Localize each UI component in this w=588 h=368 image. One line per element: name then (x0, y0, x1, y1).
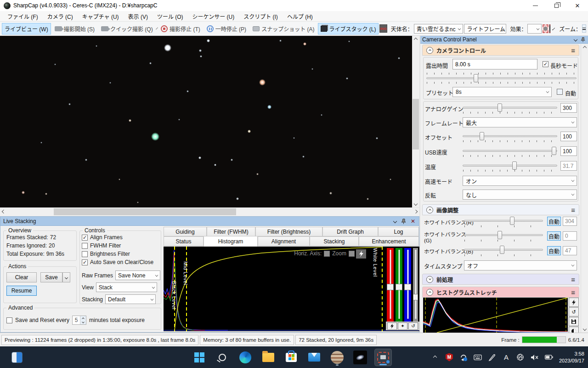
usb-value[interactable]: 100 (560, 146, 577, 156)
section-menu-icon[interactable]: ≡ (571, 46, 575, 54)
planetarium-app-button[interactable] (328, 349, 346, 366)
zoom-checkbox[interactable] (324, 251, 330, 257)
view-combo[interactable]: Stack (96, 282, 157, 292)
exposure-input[interactable] (452, 59, 537, 69)
reset-stretch-button[interactable]: ↺ (569, 307, 579, 316)
menu-file[interactable]: ファイル (F) (3, 11, 43, 22)
section-menu-icon[interactable]: ≡ (571, 206, 575, 214)
fwhm-filter-checkbox[interactable] (82, 243, 88, 249)
scroll-down-arrow[interactable] (581, 325, 588, 333)
mid-level-label[interactable]: Mid Level (183, 261, 188, 285)
align-frames-checkbox[interactable]: ✓ (82, 235, 88, 241)
section-preprocess[interactable]: 前処理 ≡ (422, 274, 579, 285)
tab-stacking[interactable]: Stacking (310, 236, 359, 246)
save-reset-checkbox[interactable] (6, 317, 12, 323)
tab-alignment[interactable]: Alignment (258, 236, 310, 246)
target-name-combo[interactable]: 青い雪だるまnc (414, 24, 464, 34)
image-vertical-scrollbar[interactable] (412, 36, 419, 207)
capture-start-button[interactable]: 撮影開始 (S) (52, 23, 97, 34)
astronomy-app-button[interactable] (351, 349, 369, 366)
blue-level-slider[interactable] (404, 248, 411, 322)
menu-capture[interactable]: キャプチャ (U) (78, 11, 124, 22)
ime-mode-icon[interactable]: A (502, 353, 510, 362)
store-button[interactable] (283, 349, 300, 366)
start-button[interactable] (191, 349, 208, 366)
reset-button[interactable]: ↺ (408, 322, 418, 330)
selection-area-button[interactable] (543, 24, 548, 33)
stretch-histogram[interactable] (423, 298, 568, 333)
snapshot-button[interactable]: スナップショット (A) (250, 23, 317, 34)
flip-combo[interactable]: なし (463, 190, 577, 200)
tab-guiding[interactable]: Guiding (164, 227, 207, 236)
live-view-button[interactable]: ライブビュー (W) (2, 23, 51, 34)
mcafee-icon[interactable]: M (445, 353, 453, 362)
save-dropdown-button[interactable] (62, 272, 70, 282)
tray-expand-icon[interactable] (431, 353, 439, 362)
wb-b-auto-button[interactable]: 自動 (547, 246, 561, 255)
capture-stop-button[interactable]: 撮影停止 (T) (158, 23, 203, 34)
tab-histogram[interactable]: Histogram (204, 236, 258, 247)
frame-type-combo[interactable]: ライトフレーム (464, 24, 506, 34)
timestamp-combo[interactable]: オフ (464, 260, 577, 270)
exposure-slider[interactable] (426, 77, 577, 79)
menu-help[interactable]: ヘルプ (H) (283, 11, 317, 22)
mail-button[interactable] (305, 349, 323, 366)
quick-capture-button[interactable]: クイック撮影 (Q) (98, 23, 156, 34)
pin-icon[interactable] (401, 218, 406, 224)
clear-button[interactable]: Clear (6, 272, 37, 282)
minutes-spinner[interactable]: 5 (72, 316, 86, 325)
preset-combo[interactable]: 8s (452, 87, 552, 97)
fast-mode-combo[interactable]: オン (463, 176, 577, 186)
brightness-filter-checkbox[interactable] (82, 251, 88, 257)
minimize-button[interactable] (525, 0, 546, 11)
search-button[interactable] (214, 349, 231, 366)
collapse-icon[interactable] (426, 207, 433, 213)
log-checkbox[interactable] (349, 251, 355, 257)
tab-enhancement[interactable]: Enhancement (359, 236, 419, 246)
collapse-icon[interactable] (426, 289, 433, 296)
auto-stretch-button[interactable] (387, 322, 397, 330)
gray-level-slider[interactable] (413, 248, 418, 322)
white-level-label[interactable]: White Level (373, 248, 378, 277)
scroll-up-arrow[interactable] (581, 44, 588, 52)
section-menu-icon[interactable]: ≡ (571, 276, 575, 283)
restore-button[interactable] (546, 0, 567, 11)
menu-camera[interactable]: カメラ (C) (43, 11, 78, 22)
pen-icon[interactable] (488, 353, 496, 362)
panel-close-icon[interactable]: ✕ (411, 218, 415, 224)
edge-button[interactable] (237, 349, 254, 366)
tab-status[interactable]: Status (164, 236, 204, 246)
section-camera-controls[interactable]: カメラコントロール ≡ (422, 45, 579, 56)
scroll-right-arrow[interactable] (412, 208, 419, 215)
sharpcap-taskbar-button[interactable] (374, 349, 392, 366)
section-menu-icon[interactable]: ≡ (571, 288, 575, 296)
offset-slider[interactable] (463, 135, 557, 137)
preset-auto-checkbox[interactable] (557, 89, 563, 95)
file-explorer-button[interactable] (260, 349, 277, 366)
dark-frame-button[interactable] (549, 24, 550, 33)
collapse-icon[interactable] (426, 47, 433, 54)
image-viewport[interactable] (0, 36, 412, 207)
usb-slider[interactable] (463, 150, 557, 152)
red-level-slider[interactable] (387, 248, 394, 322)
collapse-icon[interactable] (426, 276, 433, 283)
section-histogram-stretch[interactable]: ヒストグラムストレッチ ≡ (422, 287, 579, 298)
zoom-spinner[interactable] (582, 24, 586, 33)
close-button[interactable]: ✕ (567, 0, 588, 11)
menu-view[interactable]: 表示 (V) (124, 11, 153, 22)
gain-value[interactable]: 300 (560, 103, 577, 113)
taskbar-pinned-app-icon[interactable] (8, 349, 26, 366)
tab-filter-brightness[interactable]: Filter (Brightness) (255, 227, 322, 236)
offset-value[interactable]: 100 (560, 132, 577, 141)
pause-button[interactable]: 一時停止 (P) (204, 23, 249, 34)
black-level-label[interactable]: Black Level (171, 281, 177, 310)
auto-stretch-button[interactable] (569, 298, 579, 307)
wb-g-auto-button[interactable]: 自動 (547, 231, 561, 241)
effects-combo[interactable] (527, 24, 542, 34)
raw-frames-combo[interactable]: Save None (115, 270, 160, 280)
scroll-up-arrow[interactable] (412, 36, 419, 43)
gain-slider[interactable] (463, 107, 557, 109)
vertical-scroll-thumb[interactable] (413, 99, 419, 150)
no-network-icon[interactable] (516, 353, 525, 362)
auto-save-checkbox[interactable]: ✓ (82, 259, 88, 265)
